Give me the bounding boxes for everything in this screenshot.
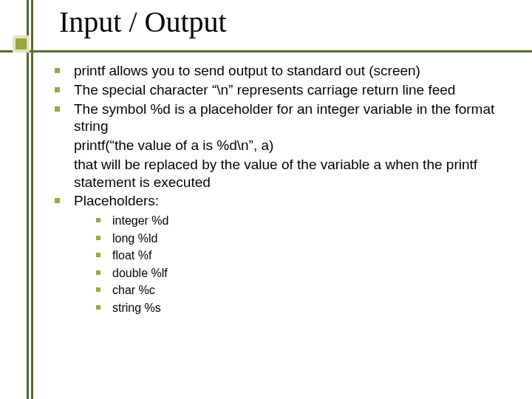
square-bullet-icon <box>96 218 100 222</box>
list-item: Placeholders: integer %d long %ld float … <box>53 192 519 316</box>
square-bullet-icon <box>96 253 100 257</box>
list-item: string %s <box>95 300 519 316</box>
list-item: double %lf <box>95 265 519 282</box>
list-item: The special character “\n” represents ca… <box>53 81 519 99</box>
slide: Input / Output printf allows you to send… <box>0 0 532 399</box>
sub-bullet-text: double %lf <box>112 267 168 279</box>
square-bullet-icon <box>55 87 60 92</box>
sub-bullet-list: integer %d long %ld float %f double %lf <box>74 213 519 316</box>
slide-body: printf allows you to send output to stan… <box>53 62 519 318</box>
horizontal-rule <box>0 50 532 52</box>
continuation-line: printf(“the value of a is %d\n”, a) <box>53 137 519 154</box>
sub-bullet-text: char %c <box>112 284 155 296</box>
list-item: integer %d <box>95 213 519 229</box>
list-item: The symbol %d is a placeholder for an in… <box>53 100 519 136</box>
bullet-text: Placeholders: <box>74 193 159 208</box>
list-item: long %ld <box>95 231 519 247</box>
sub-bullet-text: float %f <box>112 249 151 262</box>
square-bullet-icon <box>96 305 100 310</box>
square-bullet-icon <box>55 106 60 112</box>
continuation-line: that will be replaced by the value of th… <box>53 156 519 191</box>
square-bullet-icon <box>55 198 60 203</box>
slide-title: Input / Output <box>59 4 227 39</box>
bullet-list: printf allows you to send output to stan… <box>53 62 519 316</box>
list-item: char %c <box>95 282 519 299</box>
square-bullet-icon <box>96 270 100 275</box>
corner-square-icon <box>13 35 30 52</box>
vertical-rule-inner <box>27 0 29 399</box>
sub-bullet-text: long %ld <box>112 232 157 245</box>
list-item: printf allows you to send output to stan… <box>53 62 519 80</box>
sub-bullet-text: integer %d <box>112 214 169 227</box>
bullet-text: The special character “\n” represents ca… <box>74 82 455 98</box>
square-bullet-icon <box>96 287 100 292</box>
list-item: float %f <box>95 248 519 264</box>
vertical-rule-outer <box>31 0 33 399</box>
square-bullet-icon <box>55 68 60 73</box>
bullet-text: The symbol %d is a placeholder for an in… <box>74 101 494 134</box>
square-bullet-icon <box>96 236 100 240</box>
bullet-text: printf allows you to send output to stan… <box>74 63 420 78</box>
sub-bullet-text: string %s <box>112 301 161 314</box>
